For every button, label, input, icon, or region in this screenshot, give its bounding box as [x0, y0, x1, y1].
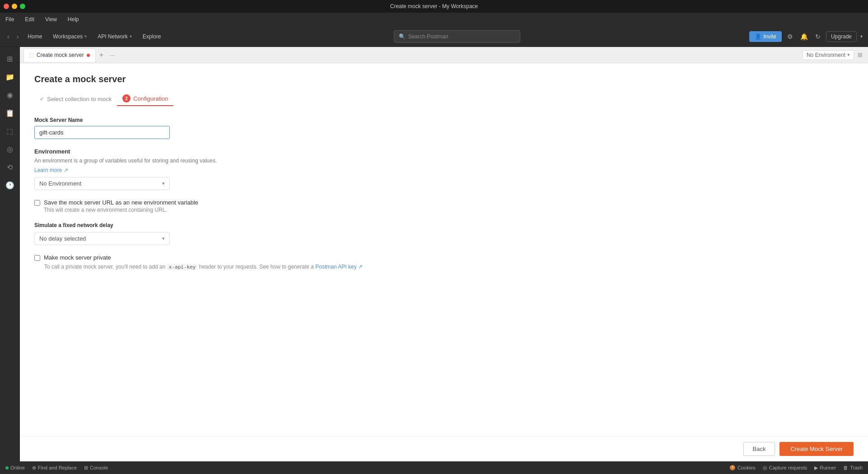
chevron-down-icon: ▾: [162, 181, 165, 186]
close-button[interactable]: [4, 4, 9, 9]
save-url-label: Save the mock server URL as an new envir…: [44, 199, 198, 206]
trash-icon: 🗑: [843, 465, 848, 470]
environment-dropdown-select[interactable]: No Environment ▾: [34, 177, 170, 190]
status-trash[interactable]: 🗑 Trash: [843, 465, 863, 470]
tab-create-mock[interactable]: ⬚ Create mock server: [23, 48, 96, 62]
new-tab-button[interactable]: +: [97, 50, 106, 60]
chevron-down-icon: ▾: [130, 34, 132, 39]
window-controls[interactable]: [4, 4, 25, 9]
menu-file[interactable]: File: [4, 15, 16, 23]
sidebar-item-mock[interactable]: ⬚: [2, 123, 18, 139]
search-bar[interactable]: 🔍 Search Postman: [394, 30, 520, 43]
bell-icon[interactable]: 🔔: [798, 31, 810, 42]
chevron-down-icon: ▾: [847, 52, 850, 58]
menu-bar: File Edit View Help: [0, 13, 868, 26]
search-icon: 🔍: [399, 33, 406, 40]
person-icon: 👤: [755, 33, 761, 40]
mock-server-name-label: Mock Server Name: [34, 117, 854, 123]
sidebar-item-environments[interactable]: 📋: [2, 105, 18, 121]
status-find-replace[interactable]: ⊕ Find and Replace: [32, 465, 77, 471]
save-url-sublabel: This will create a new environment conta…: [44, 207, 198, 213]
runner-icon: ▶: [814, 465, 818, 471]
window-title: Create mock server - My Workspace: [390, 3, 478, 9]
status-runner[interactable]: ▶ Runner: [814, 465, 836, 471]
status-right: 🍪 Cookies ◎ Capture requests ▶ Runner 🗑 …: [729, 465, 863, 471]
grid-icon[interactable]: ⊞: [856, 50, 864, 60]
form-content: Create a mock server ✓ Select collection…: [20, 63, 868, 436]
footer-buttons: Back Create Mock Server: [20, 436, 868, 461]
environment-desc: An environment is a group of variables u…: [34, 157, 854, 165]
tab-more-button[interactable]: ···: [107, 51, 118, 60]
mock-server-name-input[interactable]: [34, 126, 170, 139]
status-online[interactable]: Online: [5, 465, 25, 470]
online-indicator: [5, 466, 9, 469]
page-title: Create a mock server: [34, 74, 854, 84]
chevron-down-icon: ▾: [84, 34, 87, 39]
nav-back[interactable]: ‹: [5, 31, 11, 42]
cookies-icon: 🍪: [729, 465, 736, 471]
nav-api-network[interactable]: API Network ▾: [94, 32, 135, 42]
network-delay-group: Simulate a fixed network delay No delay …: [34, 222, 854, 245]
title-bar: Create mock server - My Workspace: [0, 0, 868, 13]
private-mock-checkbox[interactable]: [34, 255, 40, 261]
maximize-button[interactable]: [20, 4, 25, 9]
menu-view[interactable]: View: [43, 15, 59, 23]
capture-icon: ◎: [763, 465, 767, 471]
upgrade-button[interactable]: Upgrade: [826, 31, 857, 42]
save-url-group: Save the mock server URL as an new envir…: [34, 199, 854, 213]
mock-server-name-group: Mock Server Name: [34, 117, 854, 139]
private-mock-group: Make mock server private To call a priva…: [34, 254, 854, 271]
private-mock-checkbox-row: Make mock server private: [34, 254, 854, 261]
api-key-link[interactable]: Postman API key ↗: [315, 264, 363, 270]
menu-edit[interactable]: Edit: [23, 15, 36, 23]
nav-forward[interactable]: ›: [15, 31, 21, 42]
sidebar-item-new[interactable]: ⊞: [2, 51, 18, 67]
nav-bar: ‹ › Home Workspaces ▾ API Network ▾ Expl…: [0, 26, 868, 47]
sidebar: ⊞ 📁 ◉ 📋 ⬚ ◎ ⟲ 🕐: [0, 47, 20, 461]
chevron-down-icon[interactable]: ▾: [860, 34, 863, 39]
sidebar-item-collections[interactable]: 📁: [2, 69, 18, 85]
step-1[interactable]: ✓ Select collection to mock: [34, 93, 117, 105]
nav-home[interactable]: Home: [24, 32, 46, 42]
sidebar-item-history[interactable]: 🕐: [2, 177, 18, 193]
save-url-checkbox-row: Save the mock server URL as an new envir…: [34, 199, 854, 213]
learn-more-link[interactable]: Learn more ↗: [34, 167, 68, 173]
sidebar-item-monitors[interactable]: ◎: [2, 141, 18, 157]
network-delay-dropdown[interactable]: No delay selected ▾: [34, 232, 170, 245]
status-cookies[interactable]: 🍪 Cookies: [729, 465, 756, 471]
sidebar-item-apis[interactable]: ◉: [2, 87, 18, 103]
settings-icon[interactable]: ⚙: [785, 31, 795, 42]
sidebar-item-flows[interactable]: ⟲: [2, 159, 18, 175]
private-mock-label: Make mock server private: [44, 254, 111, 261]
step-number: 2: [122, 94, 131, 102]
step-2[interactable]: 2 Configuration: [117, 92, 173, 106]
status-console[interactable]: ⊞ Console: [84, 465, 108, 471]
content-area: ⬚ Create mock server + ··· No Environmen…: [20, 47, 868, 461]
menu-help[interactable]: Help: [66, 15, 81, 23]
check-icon: ✓: [40, 96, 44, 102]
tab-icon: ⬚: [29, 52, 34, 58]
search-placeholder: Search Postman: [408, 33, 448, 40]
private-mock-desc: To call a private mock server, you'll ne…: [44, 263, 854, 271]
create-mock-server-button[interactable]: Create Mock Server: [779, 442, 854, 456]
environment-dropdown[interactable]: No Environment ▾: [803, 50, 854, 60]
step-2-label: Configuration: [133, 95, 168, 102]
status-bar: Online ⊕ Find and Replace ⊞ Console 🍪 Co…: [0, 461, 868, 474]
status-capture[interactable]: ◎ Capture requests: [763, 465, 807, 471]
nav-explore[interactable]: Explore: [139, 32, 165, 42]
chevron-down-icon: ▾: [162, 236, 165, 242]
back-button[interactable]: Back: [743, 442, 775, 456]
sync-icon[interactable]: ↻: [813, 31, 822, 42]
private-desc-text1: To call a private mock server, you'll ne…: [44, 264, 165, 270]
private-desc-text2: header to your requests. See how to gene…: [199, 264, 314, 270]
minimize-button[interactable]: [12, 4, 17, 9]
invite-button[interactable]: 👤 Invite: [749, 31, 782, 42]
environment-group: Environment An environment is a group of…: [34, 148, 854, 190]
steps-bar: ✓ Select collection to mock 2 Configurat…: [34, 92, 854, 106]
nav-workspaces[interactable]: Workspaces ▾: [49, 32, 90, 42]
find-icon: ⊕: [32, 465, 36, 471]
console-icon: ⊞: [84, 465, 88, 471]
save-url-checkbox[interactable]: [34, 200, 40, 206]
nav-right: 👤 Invite ⚙ 🔔 ↻ Upgrade ▾: [749, 31, 863, 42]
tabs-bar: ⬚ Create mock server + ··· No Environmen…: [20, 47, 868, 63]
